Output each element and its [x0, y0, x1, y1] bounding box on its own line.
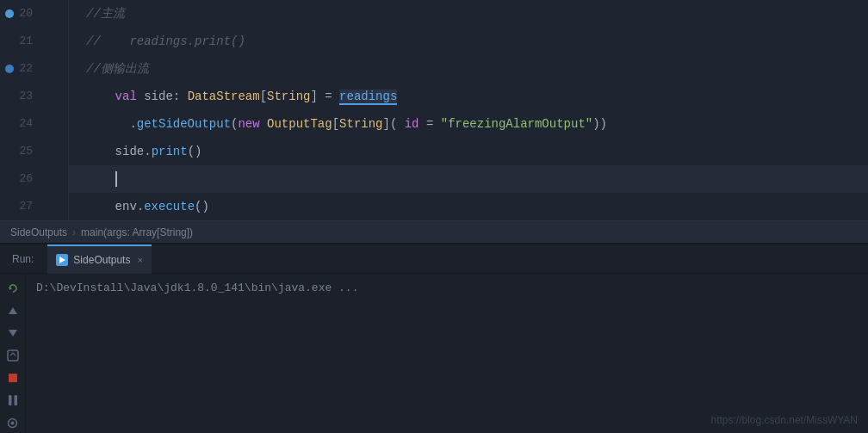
rerun-icon — [7, 282, 19, 294]
keyword-new: new — [238, 117, 267, 131]
play-icon — [58, 256, 66, 264]
env-ref: env. — [86, 200, 144, 213]
line-number-20: 20 — [0, 0, 43, 28]
line-content-22: //侧输出流 — [69, 55, 868, 83]
pin-icon — [7, 418, 18, 429]
pin-button[interactable] — [3, 413, 22, 432]
stop-icon — [8, 373, 18, 383]
breadcrumb-separator: › — [72, 226, 76, 238]
line-gutter-20 — [43, 0, 69, 28]
bracket-open: [ — [260, 90, 267, 103]
run-panel: Run: SideOutputs × — [0, 243, 868, 433]
pause-icon — [8, 394, 18, 406]
string-alarm: "freezingAlarmOutput" — [441, 117, 592, 131]
svg-rect-6 — [9, 395, 12, 405]
run-content-area: D:\DevInstall\Java\jdk1.8.0_141\bin\java… — [0, 274, 868, 433]
type-datastream: DataStream — [188, 90, 260, 103]
code-line-24: 24 .getSideOutput(new OutputTag[String](… — [0, 110, 868, 138]
text-cursor — [115, 171, 117, 187]
line-content-26 — [69, 165, 868, 193]
line-gutter-24 — [43, 110, 69, 138]
run-toolbar — [0, 274, 26, 433]
code-line-25: 25 side.print() — [0, 138, 868, 165]
readings-identifier: readings — [339, 90, 397, 105]
code-line-20: 20 //主流 — [0, 0, 868, 28]
line-content-24: .getSideOutput(new OutputTag[String]( id… — [69, 110, 868, 138]
line-gutter-25 — [43, 138, 69, 165]
svg-marker-1 — [9, 287, 12, 290]
svg-rect-4 — [8, 350, 18, 361]
svg-rect-7 — [14, 395, 17, 405]
fn-print: print — [152, 145, 188, 158]
watermark: https://blog.csdn.net/MissWYAN — [710, 414, 858, 426]
type-outputtag: OutputTag — [267, 117, 332, 131]
keyword-val: val — [86, 90, 144, 103]
line-content-27: env.execute() — [69, 193, 868, 220]
var-side: side: — [144, 90, 187, 103]
indent-26 — [86, 172, 115, 186]
run-tab-icon — [56, 254, 68, 266]
breadcrumb-method: main(args: Array[String]) — [81, 226, 193, 238]
code-line-26: 26 — [0, 165, 868, 193]
run-output-content: D:\DevInstall\Java\jdk1.8.0_141\bin\java… — [26, 274, 868, 433]
comment-20: //主流 — [86, 7, 125, 21]
pause-button[interactable] — [3, 391, 22, 410]
rerun-button[interactable] — [3, 279, 22, 298]
line-number-23: 23 — [0, 83, 43, 110]
scroll-down-button[interactable] — [3, 324, 22, 343]
breadcrumb-bar: SideOutputs › main(args: Array[String]) — [0, 220, 868, 243]
svg-point-9 — [11, 421, 15, 424]
code-line-27: 27 env.execute() — [0, 193, 868, 220]
svg-marker-0 — [59, 257, 65, 263]
line-content-21: // readings.print() — [69, 28, 868, 55]
type-string2: String — [339, 117, 382, 131]
line-number-21: 21 — [0, 28, 43, 55]
comment-21: // readings.print() — [86, 34, 245, 48]
line-gutter-22 — [43, 55, 69, 83]
bracket2: [ — [332, 117, 339, 131]
code-line-23: 23 val side: DataStream[String] = readin… — [0, 83, 868, 110]
run-tab-name: SideOutputs — [73, 254, 130, 266]
run-tab-sideoutputs[interactable]: SideOutputs × — [47, 244, 151, 274]
line-number-26: 26 — [0, 165, 43, 193]
line-gutter-27 — [43, 193, 69, 220]
line-number-27: 27 — [0, 193, 43, 220]
run-label: Run: — [7, 253, 39, 265]
output-line-1: D:\DevInstall\Java\jdk1.8.0_141\bin\java… — [36, 279, 858, 298]
type-string: String — [267, 90, 310, 103]
down-arrow-icon — [8, 329, 18, 337]
svg-marker-3 — [9, 330, 17, 337]
rerun2-button[interactable] — [3, 346, 22, 365]
line-content-20: //主流 — [69, 0, 868, 28]
up-arrow-icon — [8, 306, 18, 315]
line-gutter-26 — [43, 165, 69, 193]
stop-button[interactable] — [3, 368, 22, 387]
svg-rect-5 — [9, 374, 17, 382]
breadcrumb-file: SideOutputs — [10, 226, 67, 238]
line-content-23: val side: DataStream[String] = readings — [69, 83, 868, 110]
line-number-22: 22 — [0, 55, 43, 83]
empty-parens: () — [188, 145, 202, 158]
line-number-24: 24 — [0, 110, 43, 138]
dot-prefix: . — [86, 117, 137, 131]
scroll-up-button[interactable] — [3, 301, 22, 320]
line-gutter-23 — [43, 83, 69, 110]
svg-marker-2 — [9, 307, 17, 314]
run-tabs-bar: Run: SideOutputs × — [0, 244, 868, 274]
side-var: side. — [86, 145, 152, 158]
comment-22: //侧输出流 — [86, 62, 149, 76]
run-tab-close[interactable]: × — [137, 255, 142, 265]
keyword-id: id — [397, 117, 418, 131]
line-number-25: 25 — [0, 138, 43, 165]
bracket-close: ] = — [310, 90, 339, 103]
line-content-25: side.print() — [69, 138, 868, 165]
code-line-22: 22 //侧输出流 — [0, 55, 868, 83]
close-parens: )) — [592, 117, 607, 131]
line-gutter-21 — [43, 28, 69, 55]
equals: = — [419, 117, 441, 131]
rerun2-icon — [7, 349, 19, 362]
code-line-21: 21 // readings.print() — [0, 28, 868, 55]
fn-getsideoutput: getSideOutput — [137, 117, 231, 131]
execute-parens: () — [195, 200, 209, 213]
fn-execute: execute — [144, 200, 195, 213]
